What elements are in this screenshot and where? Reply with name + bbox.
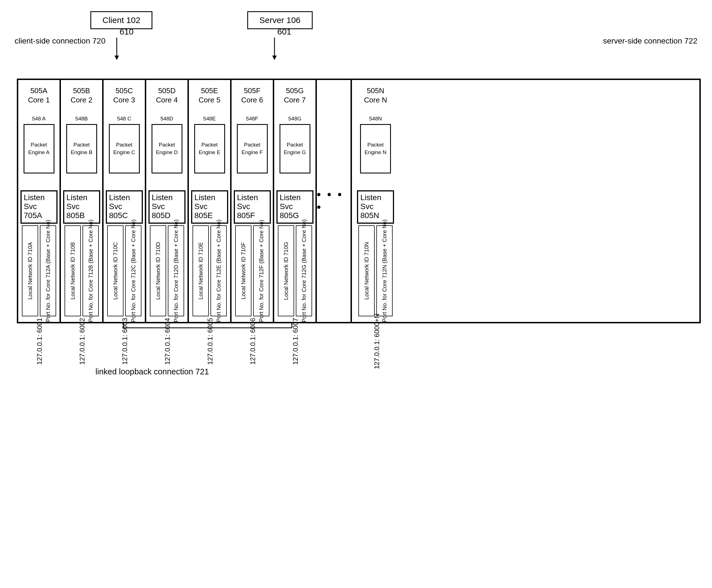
arrow-down-icon (271, 38, 278, 60)
packet-engine-box: Packet Engine E (194, 124, 225, 173)
port-no-box: Port No. for Core 712A (Base + Core No) (40, 225, 56, 316)
ellipsis-gap: • • • • (317, 80, 352, 322)
listen-svc-box: ListenSvc805F (234, 190, 271, 224)
loopback-label: linked loopback connection 721 (96, 367, 701, 376)
port-no-box: Port No. for Core 712G (Base + Core No) (296, 225, 312, 316)
packet-engine-box: Packet Engine C (109, 124, 140, 173)
local-net-id-box: Local Network ID 710G (278, 225, 294, 316)
svg-marker-3 (272, 56, 277, 60)
ip-label: 127.0.0.1: 6002 (67, 318, 98, 364)
core-name: Core 4 (156, 96, 177, 104)
client-connection-label: client-side connection 720 (15, 37, 106, 45)
ellipsis-icon: • • • • (317, 188, 351, 214)
pe-label: 548G (288, 115, 301, 122)
port-no-box: Port No. for Core 712F (Base + Core No) (253, 225, 269, 316)
core-column: 505FCore 6 548F Packet Engine F ListenSv… (232, 80, 274, 322)
arrow-down-icon (113, 38, 120, 60)
local-net-id-box: Local Network ID 710E (192, 225, 209, 316)
pe-label: 548D (161, 115, 173, 122)
local-net-id-box: Local Network ID 710A (22, 225, 38, 316)
pe-label: 548 A (32, 115, 46, 122)
core-id: 505N (367, 86, 384, 95)
svg-marker-1 (114, 56, 119, 60)
ip-label: 127.0.0.1: 6005 (195, 318, 225, 364)
listen-svc-box: ListenSvc705A (20, 190, 58, 224)
core-column: 505NCore N 548N Packet Engine N ListenSv… (352, 80, 399, 322)
packet-engine-box: Packet Engine D (151, 124, 183, 173)
pe-label: 548E (203, 115, 215, 122)
core-column: 505GCore 7 548G Packet Engine G ListenSv… (274, 80, 317, 322)
arrow-right-num: 601 (277, 27, 291, 37)
packet-engine-box: Packet Engine A (24, 124, 55, 173)
listen-svc-box: ListenSvc805B (63, 190, 100, 224)
port-no-box: Port No. for Core 712N (Base + Core No) (376, 225, 393, 316)
pe-label: 548N (369, 115, 382, 122)
listen-svc-box: ListenSvc805E (191, 190, 228, 224)
local-net-id-box: Local Network ID 710B (65, 225, 81, 316)
core-column: 505ECore 5 548E Packet Engine E ListenSv… (189, 80, 232, 322)
local-net-id-box: Local Network ID 710F (235, 225, 251, 316)
server-node: Server 106 (247, 11, 313, 29)
core-id: 505C (116, 86, 133, 95)
packet-engine-box: Packet Engine G (279, 124, 310, 173)
core-name: Core N (364, 96, 387, 104)
ip-label: 127.0.0.1: 6004 (152, 318, 183, 364)
core-column: 505BCore 2 548B Packet Engine B ListenSv… (61, 80, 104, 322)
listen-svc-box: ListenSvc805N (357, 190, 394, 224)
server-connection-label: server-side connection 722 (603, 37, 697, 45)
ip-label: 127.0.0.1: 6000+N (362, 313, 392, 369)
core-column: 505DCore 4 548D Packet Engine D ListenSv… (146, 80, 189, 322)
core-name: Core 5 (198, 96, 220, 104)
pe-label: 548B (75, 115, 88, 122)
ip-label: 127.0.0.1: 6001 (24, 318, 55, 364)
listen-svc-box: ListenSvc805D (148, 190, 186, 224)
port-no-box: Port No. for Core 712E (Base + Core No) (210, 225, 227, 316)
pe-label: 548 C (117, 115, 131, 122)
ip-label: 127.0.0.1: 6003 (110, 318, 140, 364)
packet-engine-box: Packet Engine N (360, 124, 391, 173)
core-name: Core 7 (284, 96, 306, 104)
core-id: 505B (73, 86, 90, 95)
pe-label: 548F (246, 115, 258, 122)
port-no-box: Port No. for Core 712C (Base + Core No) (125, 225, 142, 316)
port-no-box: Port No. for Core 712D (Base + Core No) (168, 225, 184, 316)
local-net-id-box: Local Network ID 710N (358, 225, 375, 316)
client-node: Client 102 (90, 11, 152, 29)
core-id: 505G (286, 86, 304, 95)
packet-engine-box: Packet Engine F (237, 124, 268, 173)
local-net-id-box: Local Network ID 710D (150, 225, 166, 316)
arrow-left-num: 610 (120, 27, 133, 37)
ip-label: 127.0.0.1: 6007 (280, 318, 311, 364)
ip-label: 127.0.0.1: 6006 (238, 318, 268, 364)
core-id: 505D (158, 86, 175, 95)
listen-svc-box: ListenSvc805C (106, 190, 143, 224)
packet-engine-box: Packet Engine B (66, 124, 97, 173)
core-id: 505F (244, 86, 260, 95)
core-name: Core 3 (113, 96, 135, 104)
core-column: 505CCore 3 548 C Packet Engine C ListenS… (104, 80, 146, 322)
port-no-box: Port No. for Core 712B (Base + Core No) (83, 225, 99, 316)
listen-svc-box: ListenSvc805G (276, 190, 313, 224)
core-id: 505A (30, 86, 47, 95)
core-name: Core 1 (28, 96, 50, 104)
local-net-id-box: Local Network ID 710C (107, 225, 124, 316)
core-name: Core 2 (70, 96, 92, 104)
core-column: 505ACore 1 548 A Packet Engine A ListenS… (18, 80, 61, 322)
core-name: Core 6 (241, 96, 263, 104)
core-id: 505E (201, 86, 218, 95)
core-rack: 505ACore 1 548 A Packet Engine A ListenS… (17, 79, 701, 323)
